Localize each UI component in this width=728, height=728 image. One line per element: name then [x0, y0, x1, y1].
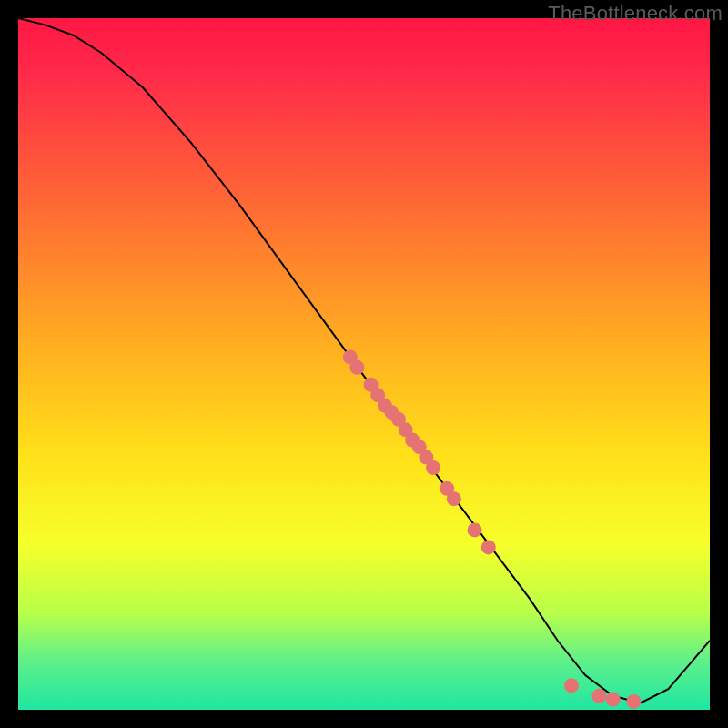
marker-dot	[447, 491, 461, 506]
marker-dot	[606, 693, 621, 707]
marker-dot	[564, 678, 579, 693]
curve-line	[18, 18, 710, 703]
marker-group	[343, 349, 642, 709]
marker-dot	[626, 694, 641, 709]
marker-dot	[426, 460, 440, 475]
watermark-text: TheBottleneck.com	[548, 2, 723, 25]
plot-area	[18, 18, 710, 710]
chart-overlay	[18, 18, 710, 710]
marker-dot	[349, 360, 364, 375]
marker-dot	[481, 540, 496, 554]
marker-dot	[592, 689, 606, 703]
marker-dot	[468, 522, 482, 537]
chart-stage: TheBottleneck.com	[0, 0, 728, 728]
